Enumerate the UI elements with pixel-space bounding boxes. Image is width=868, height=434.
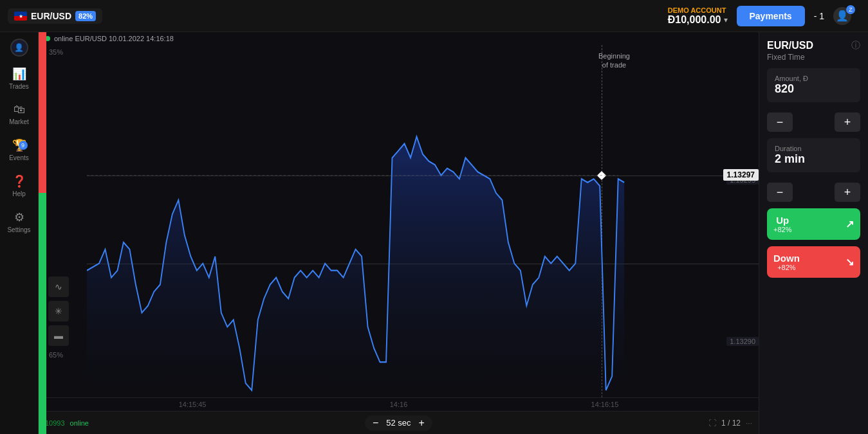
x-axis: 14:15:45 14:16 14:16:15 <box>39 397 759 411</box>
balance-value: Đ10,000.00 <box>668 14 721 26</box>
duration-controls: − + <box>767 183 860 202</box>
down-arrow-icon: ↘ <box>845 256 854 268</box>
amount-controls: − + <box>767 113 860 132</box>
notification-badge: Z <box>846 5 855 14</box>
down-btn-content: Down +82% <box>773 253 800 271</box>
rp-title-block: EUR/USD Fixed Time <box>767 40 813 62</box>
duration-value: 2 min <box>775 152 853 166</box>
sidebar-item-events[interactable]: 🏆 9 Events <box>3 133 36 167</box>
main-body: 👤 📊 Trades 🛍 Market 🏆 9 Events ❓ Help ⚙ … <box>0 32 868 434</box>
help-icon: ❓ <box>12 174 26 188</box>
sidebar-item-settings[interactable]: ⚙ Settings <box>3 205 36 239</box>
online-status: online <box>70 419 89 427</box>
more-options-icon[interactable]: ··· <box>746 419 752 428</box>
sidebar-market-label: Market <box>9 118 29 125</box>
info-icon[interactable]: ⓘ <box>851 40 860 51</box>
sidebar-item-market[interactable]: 🛍 Market <box>3 98 36 131</box>
duration-plus-btn[interactable]: + <box>835 183 860 202</box>
sidebar-events-label: Events <box>9 154 29 161</box>
sidebar-settings-label: Settings <box>7 226 30 233</box>
time-control: − 52 sec + <box>365 415 432 431</box>
duration-label: Duration <box>775 145 853 152</box>
demo-label: DEMO ACCOUNT <box>668 6 728 14</box>
bottom-center: − 52 sec + <box>365 415 432 431</box>
chart-info-label: online EUR/USD 10.01.2022 14:16:18 <box>54 35 174 42</box>
sidebar-avatar[interactable]: 👤 <box>10 39 28 57</box>
bottom-right: ⛶ 1 / 12 ··· <box>708 419 752 428</box>
bottom-left: 10993 online <box>45 419 89 427</box>
chart-top-bar: online EUR/USD 10.01.2022 14:16:18 <box>39 32 759 45</box>
time-value: 52 sec <box>386 418 411 428</box>
settings-icon: ⚙ <box>14 210 24 224</box>
minus-one-value: - 1 <box>814 11 824 21</box>
currency-selector[interactable]: EUR/USD 82% <box>8 8 102 24</box>
amount-value: 820 <box>775 82 853 96</box>
sidebar-item-help[interactable]: ❓ Help <box>3 169 36 203</box>
currency-pct: 82% <box>75 11 96 21</box>
trades-icon: 📊 <box>12 67 26 81</box>
up-btn-pct: +82% <box>773 226 791 233</box>
minimize-tool[interactable]: ▬ <box>48 325 69 346</box>
amount-label: Amount, Đ <box>775 75 853 82</box>
payments-button[interactable]: Payments <box>737 6 805 26</box>
down-button[interactable]: Down +82% ↘ <box>767 246 860 278</box>
events-badge: 9 <box>19 141 28 150</box>
header: EUR/USD 82% DEMO ACCOUNT Đ10,000.00 ▾ Pa… <box>0 0 868 32</box>
x-label-2: 14:16 <box>390 401 408 408</box>
up-button[interactable]: Up +82% ↗ <box>767 208 860 240</box>
amount-box: Amount, Đ 820 <box>767 68 860 102</box>
x-label-3: 14:16:15 <box>591 401 619 408</box>
duration-minus-btn[interactable]: − <box>767 183 793 202</box>
sidebar-help-label: Help <box>12 190 26 197</box>
rp-subtitle: Fixed Time <box>767 53 813 62</box>
user-id: 10993 <box>45 419 65 427</box>
amount-plus-btn[interactable]: + <box>835 113 860 132</box>
amount-minus-btn[interactable]: − <box>767 113 793 132</box>
chevron-down-icon: ▾ <box>724 15 728 24</box>
pct-bottom-label: 65% <box>49 351 63 359</box>
left-sidebar: 👤 📊 Trades 🛍 Market 🏆 9 Events ❓ Help ⚙ … <box>0 32 39 434</box>
up-arrow-icon: ↗ <box>845 218 854 230</box>
chart-area: online EUR/USD 10.01.2022 14:16:18 35% 6… <box>39 32 759 434</box>
up-btn-label: Up <box>773 215 791 226</box>
currency-name: EUR/USD <box>31 11 71 21</box>
draw-tool[interactable]: ✳ <box>48 301 69 321</box>
expand-icon[interactable]: ⛶ <box>708 419 716 428</box>
header-left: EUR/USD 82% <box>8 8 102 24</box>
price-chart[interactable] <box>87 45 759 397</box>
down-btn-pct: +82% <box>773 264 800 271</box>
time-plus-btn[interactable]: + <box>419 417 425 429</box>
pct-top-label: 35% <box>49 48 63 56</box>
down-btn-label: Down <box>773 253 800 264</box>
time-minus-btn[interactable]: − <box>373 417 378 429</box>
chart-wrapper: 35% 65% Beginningof trade 1.13295 1.1329… <box>39 45 759 397</box>
x-label-1: 14:15:45 <box>179 401 207 408</box>
balance-container[interactable]: Đ10,000.00 ▾ <box>668 14 728 26</box>
sidebar-item-trades[interactable]: 📊 Trades <box>3 62 36 95</box>
bottom-bar: 10993 online − 52 sec + ⛶ 1 / 12 ··· <box>39 411 759 434</box>
right-panel: EUR/USD Fixed Time ⓘ Amount, Đ 820 − + D… <box>759 32 868 434</box>
signal-tool[interactable]: ∿ <box>48 276 69 297</box>
eur-usd-flag <box>14 12 27 21</box>
demo-account-section: DEMO ACCOUNT Đ10,000.00 ▾ <box>668 6 728 26</box>
market-icon: 🛍 <box>14 103 25 116</box>
chart-tools: ∿ ✳ ▬ <box>48 276 69 346</box>
rp-header: EUR/USD Fixed Time ⓘ <box>767 40 860 62</box>
minus-one-control[interactable]: - 1 <box>814 11 824 21</box>
sidebar-trades-label: Trades <box>9 83 29 90</box>
header-right: DEMO ACCOUNT Đ10,000.00 ▾ Payments - 1 👤… <box>668 6 860 26</box>
duration-box: Duration 2 min <box>767 138 860 172</box>
up-btn-content: Up +82% <box>773 215 791 233</box>
rp-title: EUR/USD <box>767 40 813 51</box>
page-indicator: 1 / 12 <box>721 419 741 428</box>
